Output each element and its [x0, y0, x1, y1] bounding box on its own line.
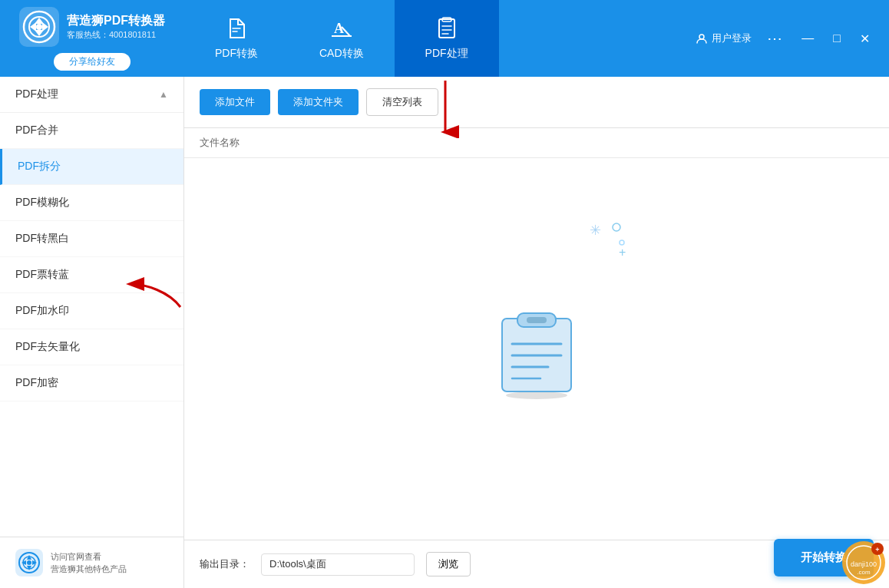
sidebar-item-pdf-blue[interactable]: PDF票转蓝: [0, 257, 183, 293]
nav-tab-pdf-process[interactable]: PDF处理: [395, 0, 499, 77]
sidebar-item-pdf-split[interactable]: PDF拆分: [0, 149, 183, 185]
column-filename: 文件名称: [200, 137, 240, 148]
svg-text:✳: ✳: [590, 223, 601, 238]
sidebar-item-pdf-merge[interactable]: PDF合并: [0, 113, 183, 149]
nav-tab-cad-convert[interactable]: A CAD转换: [289, 0, 395, 77]
svg-point-20: [27, 560, 31, 565]
pdf-process-icon: [435, 16, 458, 42]
user-icon: [696, 32, 708, 45]
share-button[interactable]: 分享给好友: [54, 53, 131, 71]
add-folder-button[interactable]: 添加文件夹: [278, 89, 359, 115]
window-maximize-button[interactable]: □: [829, 30, 844, 47]
sidebar-footer[interactable]: 访问官网查看 营造狮其他特色产品: [0, 537, 183, 588]
clear-list-button[interactable]: 清空列表: [366, 88, 438, 116]
pdf-convert-icon: [225, 16, 248, 42]
clipboard-icon: [491, 299, 583, 399]
main-content: PDF处理 ▲ PDF合并 PDF拆分 PDF模糊化 PDF转黑白 PDF票转蓝…: [0, 77, 889, 588]
header: 营造狮PDF转换器 客服热线：4001801811 分享给好友 PDF转换 A: [0, 0, 889, 77]
more-options-button[interactable]: ⋯: [763, 29, 786, 48]
window-close-button[interactable]: ✕: [856, 30, 874, 48]
output-path-input[interactable]: [261, 553, 415, 576]
sidebar: PDF处理 ▲ PDF合并 PDF拆分 PDF模糊化 PDF转黑白 PDF票转蓝…: [0, 77, 184, 588]
nav-tab-pdf-convert[interactable]: PDF转换: [184, 0, 289, 77]
footer-logo-icon: [15, 549, 43, 576]
svg-rect-32: [527, 317, 547, 323]
nav-tab-pdf-convert-label: PDF转换: [215, 47, 258, 61]
svg-point-27: [620, 240, 624, 245]
footer-text: 访问官网查看 营造狮其他特色产品: [51, 550, 127, 576]
sidebar-item-pdf-encrypt[interactable]: PDF加密: [0, 365, 183, 401]
logo-text: 营造狮PDF转换器 客服热线：4001801811: [67, 13, 165, 41]
app-logo-icon: [19, 7, 59, 47]
browse-button[interactable]: 浏览: [426, 552, 471, 576]
file-list-header: 文件名称: [184, 128, 889, 158]
svg-point-29: [506, 391, 567, 399]
nav-tab-cad-convert-label: CAD转换: [319, 47, 364, 61]
svg-text:+: +: [619, 246, 626, 259]
empty-state-illustration: [491, 299, 583, 399]
nav-tabs: PDF转换 A CAD转换: [184, 0, 696, 77]
user-login-button[interactable]: 用户登录: [696, 31, 752, 45]
logo-top: 营造狮PDF转换器 客服热线：4001801811: [19, 7, 165, 47]
decoration-dots: ✳ +: [582, 220, 628, 266]
start-convert-button[interactable]: 开始转换: [774, 539, 874, 576]
content-area: 添加文件 添加文件夹 清空列表 文件名称 ✳: [184, 77, 889, 588]
logo-section: 营造狮PDF转换器 客服热线：4001801811 分享给好友: [0, 0, 184, 78]
bottom-bar: 输出目录： 浏览 开始转换: [184, 540, 889, 588]
svg-point-7: [36, 24, 42, 30]
nav-tab-pdf-process-label: PDF处理: [425, 47, 468, 61]
header-right: 用户登录 ⋯ — □ ✕: [696, 29, 889, 48]
app-title: 营造狮PDF转换器: [67, 13, 165, 29]
cad-convert-icon: A: [330, 16, 353, 42]
sidebar-item-pdf-blur[interactable]: PDF模糊化: [0, 185, 183, 221]
toolbar: 添加文件 添加文件夹 清空列表: [184, 77, 889, 128]
sidebar-item-pdf-devector[interactable]: PDF去矢量化: [0, 329, 183, 365]
svg-point-26: [613, 223, 620, 231]
add-file-button[interactable]: 添加文件: [200, 89, 270, 115]
sidebar-section-title: PDF处理: [15, 88, 58, 101]
sidebar-collapse-button[interactable]: ▲: [159, 89, 168, 100]
file-list-area: ✳ +: [184, 158, 889, 540]
sidebar-item-pdf-bw[interactable]: PDF转黑白: [0, 221, 183, 257]
window-minimize-button[interactable]: —: [798, 30, 818, 47]
user-login-label: 用户登录: [712, 31, 752, 45]
svg-point-16: [699, 35, 704, 39]
output-label: 输出目录：: [200, 557, 250, 571]
sidebar-section-header: PDF处理 ▲: [0, 77, 183, 113]
app-phone: 客服热线：4001801811: [67, 29, 165, 41]
sidebar-item-pdf-watermark[interactable]: PDF加水印: [0, 293, 183, 329]
